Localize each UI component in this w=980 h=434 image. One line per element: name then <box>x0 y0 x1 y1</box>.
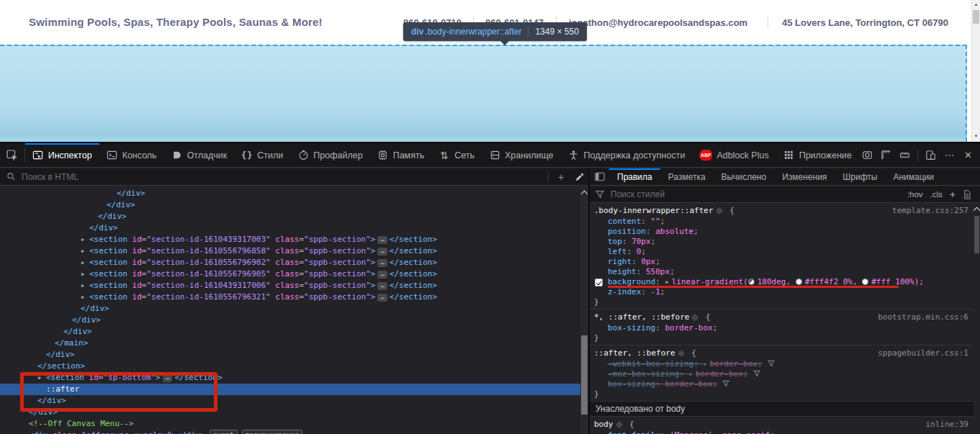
rules-scrollbar[interactable] <box>974 203 980 434</box>
markup-scrollbar[interactable] <box>580 186 588 434</box>
sidebar-tab-animations[interactable]: Анимации <box>885 168 942 185</box>
sidebar-toggle-icon[interactable] <box>590 168 609 185</box>
expand-arrow[interactable]: ▶ <box>81 234 84 245</box>
markup-search-bar[interactable]: Поиск в HTML + <box>0 168 589 186</box>
devtools-tab-profiler[interactable]: Профайлер <box>290 143 369 167</box>
markup-line[interactable]: ▶<section id="section-id-1610556796905" … <box>0 268 580 280</box>
stylesheet-source-link[interactable]: template.css:257 <box>892 205 968 217</box>
expand-arrow[interactable]: ▶ <box>81 268 84 280</box>
css-declaration-box-sizing[interactable]: box-sizing: border-box; <box>590 379 974 389</box>
sidebar-tab-rules[interactable]: Правила <box>609 168 660 185</box>
css-declaration-box-sizing[interactable]: box-sizing: border-box; <box>590 323 974 333</box>
measure-button[interactable] <box>896 147 913 163</box>
scroll-down-arrow[interactable]: ▼ <box>972 134 980 138</box>
css-declaration--webkit-box-sizing[interactable]: -webkit-box-sizing: ▶border-box; <box>590 359 974 369</box>
collapsed-content-badge[interactable]: … <box>377 236 387 244</box>
close-button[interactable]: ✕ <box>960 147 976 163</box>
css-declaration-left[interactable]: left: 0; <box>590 247 974 257</box>
css-declaration-top[interactable]: top: 70px; <box>590 237 974 247</box>
devtools-tab-adblock[interactable]: ABPAdblock Plus <box>692 143 776 167</box>
styles-filter-bar[interactable]: Поиск стилей :hov .cls + <box>590 186 980 203</box>
expand-arrow[interactable]: ▶ <box>38 372 41 384</box>
gradient-angle-swatch[interactable] <box>748 279 755 285</box>
selector-gear-icon[interactable] <box>691 314 698 321</box>
rulers-button[interactable] <box>878 147 894 163</box>
markup-line[interactable]: ▶<section id="section-id-1610556796321" … <box>0 291 580 303</box>
expand-arrow[interactable]: ▶ <box>81 280 84 291</box>
eyedropper-icon[interactable] <box>570 168 589 185</box>
pick-element-button[interactable] <box>0 143 24 167</box>
screenshot-button[interactable] <box>859 147 876 163</box>
devtools-tab-console[interactable]: Консоль <box>99 143 164 167</box>
overridden-filter-icon[interactable] <box>768 360 775 367</box>
css-declaration-position[interactable]: position: absolute; <box>590 227 974 237</box>
add-node-button[interactable]: + <box>552 168 570 185</box>
scrollbar-thumb[interactable] <box>973 10 979 24</box>
css-declaration-font-family[interactable]: font-family: 'Manrope', sans-serif; <box>590 430 974 434</box>
color-swatch[interactable] <box>796 279 802 285</box>
add-rule-button[interactable]: + <box>950 189 956 200</box>
markup-line[interactable]: <div class="offcanvas_overlay"></div>eve… <box>0 430 580 434</box>
markup-line[interactable]: </div> <box>0 407 580 418</box>
devtools-tab-application[interactable]: Приложение <box>776 143 859 167</box>
stylesheet-source-link[interactable]: inline:39 <box>925 419 968 430</box>
devtools-tab-storage[interactable]: Хранилище <box>482 143 561 167</box>
devtools-tab-accessibility[interactable]: Поддержка доступности <box>561 143 693 167</box>
css-declaration-content[interactable]: content: ""; <box>590 217 974 227</box>
markup-line[interactable]: </div> <box>0 326 580 338</box>
devtools-tab-network[interactable]: ⇅Сеть <box>431 143 482 167</box>
css-declaration-background[interactable]: background: ▶linear-gradient(180deg, #ff… <box>590 277 974 287</box>
markup-line[interactable]: ▶<section id="sp-bottom">…</section> <box>0 372 580 384</box>
overridden-filter-icon[interactable] <box>722 380 729 387</box>
markup-line-selected[interactable]: ::after <box>0 384 580 395</box>
overridden-filter-icon[interactable] <box>753 370 760 377</box>
toggle-class-button[interactable]: .cls <box>930 190 943 199</box>
markup-line[interactable]: ▶<section id="section-id-1610556796858" … <box>0 245 580 257</box>
stylesheet-source-link[interactable]: bootstrap.min.css:6 <box>878 312 968 323</box>
devtools-tab-inspector[interactable]: Инспектор <box>25 143 99 167</box>
expand-arrow[interactable]: ▶ <box>81 245 84 257</box>
markup-line[interactable]: </section> <box>0 361 580 372</box>
collapsed-content-badge[interactable]: … <box>377 282 387 290</box>
markup-line[interactable]: </div> <box>0 303 580 315</box>
devtools-tab-styles[interactable]: {}Стили <box>234 143 290 167</box>
scrollbar-thumb[interactable] <box>581 335 588 415</box>
value-expander-icon[interactable]: ▶ <box>690 369 693 379</box>
declaration-checkbox[interactable] <box>595 279 603 286</box>
scroll-up-arrow[interactable] <box>581 191 588 198</box>
markup-line[interactable]: </div> <box>0 188 580 199</box>
markup-line[interactable]: </div> <box>0 222 580 234</box>
expand-arrow[interactable]: ▶ <box>81 257 84 268</box>
toggle-hover-button[interactable]: :hov <box>907 190 923 199</box>
sidebar-tab-changes[interactable]: Изменения <box>774 168 835 185</box>
page-scrollbar[interactable]: ▲ ▼ <box>971 0 980 142</box>
markup-line[interactable]: ▶<section id="section-id-1610556796902" … <box>0 257 580 268</box>
stylesheet-source-link[interactable]: sppagebuilder.css:1 <box>878 348 968 359</box>
collapsed-content-badge[interactable]: … <box>377 271 387 279</box>
value-expander-icon[interactable]: ▶ <box>703 359 706 369</box>
markup-line[interactable]: ▶<section id="section-id-1610439317003" … <box>0 234 580 245</box>
markup-line[interactable]: </div> <box>0 315 580 326</box>
node-badge[interactable]: event <box>210 430 238 434</box>
scroll-up-arrow[interactable]: ▲ <box>972 2 980 6</box>
markup-line[interactable]: </div> <box>0 349 580 361</box>
markup-line[interactable]: </div> <box>0 199 580 211</box>
sidebar-tab-layout[interactable]: Разметка <box>660 168 714 185</box>
expand-arrow[interactable]: ▶ <box>81 291 84 303</box>
print-simulation-icon[interactable] <box>963 190 971 199</box>
collapsed-content-badge[interactable]: … <box>377 248 387 256</box>
markup-line[interactable]: </div> <box>0 211 580 222</box>
responsive-button[interactable] <box>922 147 939 163</box>
collapsed-content-badge[interactable]: … <box>377 259 387 267</box>
selector-gear-icon[interactable] <box>716 207 723 214</box>
menu-button[interactable]: ⋯ <box>941 147 958 163</box>
markup-line[interactable]: ▶<section id="section-id-1610439317006" … <box>0 280 580 291</box>
selector-gear-icon[interactable] <box>678 350 685 357</box>
color-swatch[interactable] <box>862 279 868 285</box>
scroll-up-arrow[interactable] <box>974 207 980 214</box>
markup-line[interactable]: </div> <box>0 395 580 407</box>
css-declaration-right[interactable]: right: 0px; <box>590 257 974 267</box>
markup-line[interactable]: <!--Off Canvas Menu--> <box>0 418 580 430</box>
email-link[interactable]: jonathon@hydrocarepoolsandspas.com <box>569 17 747 28</box>
devtools-tab-debugger[interactable]: Отладчик <box>164 143 235 167</box>
